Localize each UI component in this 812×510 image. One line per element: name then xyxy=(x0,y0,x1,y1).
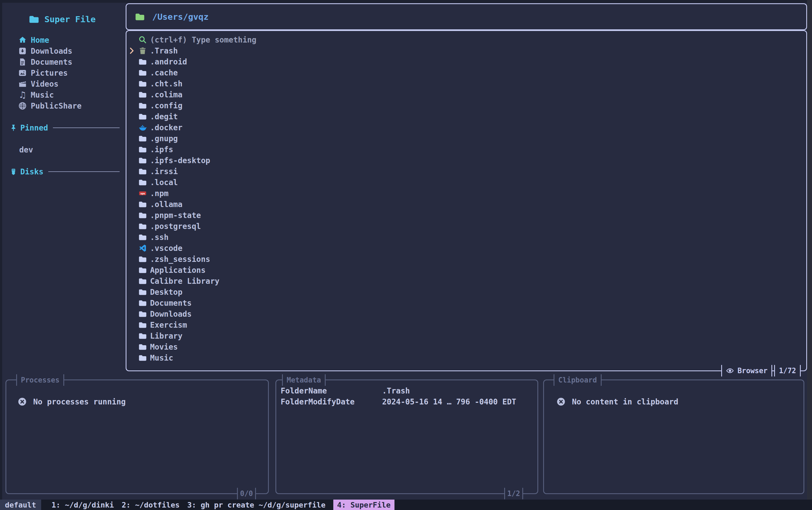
metadata-row: FolderName .Trash xyxy=(276,385,538,396)
folder-icon xyxy=(138,90,147,99)
file-name: .gnupg xyxy=(150,134,178,143)
file-row[interactable]: .pnpm-state xyxy=(126,210,806,221)
tmux-window[interactable]: 3: gh pr create ~/d/g/superfile xyxy=(187,501,326,509)
search-icon xyxy=(138,35,147,44)
file-row[interactable]: .gnupg xyxy=(126,133,806,144)
file-name: .npm xyxy=(150,189,168,198)
file-row[interactable]: .ipfs-desktop xyxy=(126,155,806,166)
sidebar-item-label: Pictures xyxy=(31,68,68,78)
path-folder-icon xyxy=(135,11,145,22)
file-name: .config xyxy=(150,101,182,110)
file-row[interactable]: .degit xyxy=(126,111,806,122)
metadata-key: FolderModifyDate xyxy=(281,397,382,407)
panel-mode-label: Browser xyxy=(737,367,767,375)
file-row[interactable]: .config xyxy=(126,100,806,111)
sidebar-item-label: PublicShare xyxy=(31,101,82,111)
file-name: .zsh_sessions xyxy=(150,255,210,264)
file-name: .local xyxy=(150,178,178,187)
folder-icon xyxy=(138,68,147,77)
search-placeholder: (ctrl+f) Type something xyxy=(150,35,257,44)
docker-icon xyxy=(138,123,147,132)
sidebar-item[interactable]: Videos xyxy=(2,79,126,89)
sidebar-item[interactable]: Downloads xyxy=(2,46,126,57)
file-row[interactable]: .android xyxy=(126,56,806,67)
file-browser-panel: (ctrl+f) Type something .Trash .android xyxy=(126,30,807,371)
usb-disk-icon xyxy=(9,168,18,176)
file-row[interactable]: npm .npm xyxy=(126,188,806,199)
file-row[interactable]: .zsh_sessions xyxy=(126,253,806,265)
home-icon xyxy=(18,36,27,44)
file-row[interactable]: .ollama xyxy=(126,199,806,210)
file-name: Library xyxy=(150,331,182,340)
metadata-row: FolderModifyDate 2024-05-16 14 … 796 -04… xyxy=(276,396,538,407)
path-bar: /Users/gvqz xyxy=(126,3,807,30)
file-row[interactable]: .Trash xyxy=(126,45,806,56)
file-row[interactable]: Library xyxy=(126,330,806,341)
file-row[interactable]: Applications xyxy=(126,265,806,276)
metadata-value: 2024-05-16 14 … 796 -0400 EDT xyxy=(382,397,516,407)
file-rows: .Trash .android .cache .cht.s xyxy=(126,45,806,363)
sidebar-item[interactable]: PublicShare xyxy=(2,100,126,111)
window-left-edge xyxy=(0,0,2,500)
pinned-item[interactable]: dev xyxy=(2,144,126,155)
file-row[interactable]: Music xyxy=(126,352,806,363)
file-row[interactable]: .irssi xyxy=(126,166,806,177)
sidebar: Super File Home Downloads Documents Pict… xyxy=(2,3,126,379)
file-row[interactable]: .colima xyxy=(126,89,806,100)
pinned-section-header: Pinned xyxy=(2,122,126,133)
file-row[interactable]: .cache xyxy=(126,67,806,78)
svg-text:npm: npm xyxy=(141,192,145,195)
file-row[interactable]: .cht.sh xyxy=(126,78,806,89)
tmux-window[interactable]: 4: SuperFile xyxy=(333,500,395,510)
folder-icon xyxy=(138,233,147,242)
app-title-label: Super File xyxy=(45,14,96,24)
metadata-panel-title: Metadata xyxy=(282,374,326,386)
file-row[interactable]: Movies xyxy=(126,341,806,352)
file-row[interactable]: .ipfs xyxy=(126,144,806,155)
file-name: Documents xyxy=(150,299,192,308)
tmux-window[interactable]: 1: ~/d/g/dinki xyxy=(52,501,114,509)
tmux-window[interactable]: 2: ~/dotfiles xyxy=(121,501,179,509)
file-row[interactable]: .local xyxy=(126,177,806,188)
file-row[interactable]: .vscode xyxy=(126,243,806,253)
download-icon xyxy=(18,47,27,55)
file-name: .colima xyxy=(150,90,182,99)
folder-icon xyxy=(138,309,147,318)
clipboard-panel-title: Clipboard xyxy=(554,374,602,386)
sidebar-item[interactable]: ♫ Music xyxy=(2,89,126,100)
search-bar[interactable]: (ctrl+f) Type something xyxy=(126,34,806,45)
file-position-chip: 1/72 xyxy=(774,365,801,377)
file-name: Calibre Library xyxy=(150,277,220,286)
file-name: .ssh xyxy=(150,233,168,242)
disks-label: Disks xyxy=(20,167,44,176)
folder-icon xyxy=(138,222,147,231)
file-name: .degit xyxy=(150,112,178,121)
file-row[interactable]: .ssh xyxy=(126,232,806,243)
npm-icon: npm xyxy=(138,189,147,198)
file-row[interactable]: Downloads xyxy=(126,308,806,320)
tmux-session-name[interactable]: default xyxy=(0,500,41,510)
file-row[interactable]: Desktop xyxy=(126,287,806,298)
file-row[interactable]: .postgresql xyxy=(126,221,806,232)
metadata-value: .Trash xyxy=(382,386,410,395)
app-folder-icon xyxy=(29,14,39,25)
sidebar-item[interactable]: Pictures xyxy=(2,67,126,79)
file-row[interactable]: .docker xyxy=(126,122,806,133)
folder-icon xyxy=(138,145,147,154)
sidebar-item[interactable]: Home xyxy=(2,34,126,46)
folder-icon xyxy=(138,299,147,307)
music-icon: ♫ xyxy=(18,90,27,99)
tmux-status-bar: default 1: ~/d/g/dinki 2: ~/dotfiles 3: … xyxy=(0,500,812,510)
file-row[interactable]: Calibre Library xyxy=(126,276,806,287)
clipboard-panel: Clipboard No content in clipboard xyxy=(543,380,804,494)
file-name: .irssi xyxy=(150,167,178,176)
metadata-rows: FolderName .Trash FolderModifyDate 2024-… xyxy=(276,385,538,407)
sidebar-item-label: Videos xyxy=(31,80,58,89)
sidebar-item[interactable]: Documents xyxy=(2,57,126,67)
file-row[interactable]: Exercism xyxy=(126,320,806,330)
file-row[interactable]: Documents xyxy=(126,298,806,308)
processes-empty-state: No processes running xyxy=(6,397,268,407)
file-list: (ctrl+f) Type something .Trash .android xyxy=(126,31,806,363)
file-name: Downloads xyxy=(150,309,192,319)
app-title: Super File xyxy=(29,12,96,26)
